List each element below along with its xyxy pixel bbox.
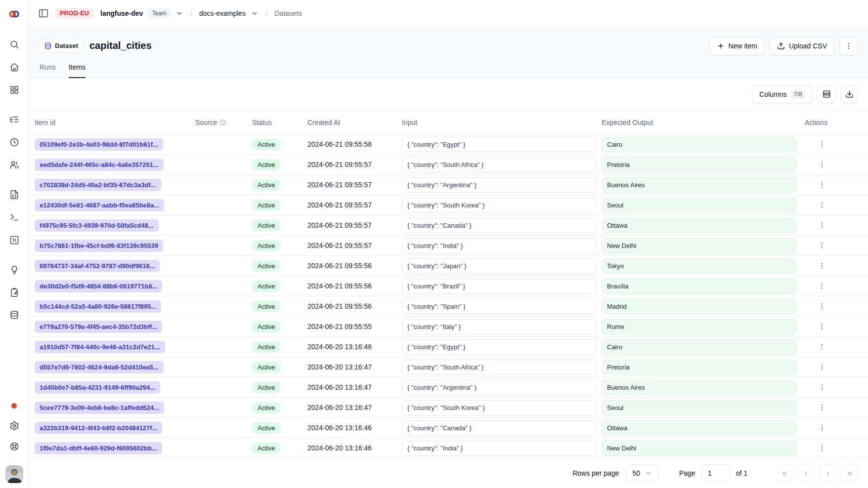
kebab-menu-icon	[818, 242, 826, 249]
sidebar-item-users[interactable]	[6, 157, 22, 173]
row-actions-button[interactable]	[815, 441, 829, 455]
table-row[interactable]: eed5dafe-244f-465c-a84c-4a6e357251... Ac…	[29, 155, 868, 175]
table-row[interactable]: f4975c95-5fc3-4939-970d-58fa5cd48... Act…	[29, 215, 868, 236]
sidebar-item-settings[interactable]	[6, 418, 22, 434]
item-id-link[interactable]: 1d45b0e7-b85a-4231-9149-6ff90a294...	[35, 381, 160, 394]
table-row[interactable]: a1910d57-7f84-440c-9e46-a31c2d7e21... Ac…	[29, 337, 868, 357]
status-badge: Active	[252, 179, 280, 191]
table-row[interactable]: 1d45b0e7-b85a-4231-9149-6ff90a294... Act…	[29, 377, 868, 398]
row-actions-button[interactable]	[815, 218, 829, 232]
row-actions-button[interactable]	[815, 360, 829, 374]
row-actions-button[interactable]	[815, 137, 829, 151]
row-actions-button[interactable]	[815, 340, 829, 354]
item-id-link[interactable]: e12430df-5e81-4687-aabb-f0ea65be8a...	[35, 199, 164, 211]
table-row[interactable]: 69764737-34af-4752-9787-d90df9616... Act…	[29, 256, 868, 276]
sidebar-item-layout-grid[interactable]	[6, 82, 22, 98]
page-actions-menu-button[interactable]	[839, 37, 858, 55]
item-id-link[interactable]: c702838d-24d5-40a2-bf35-67dc3a3df...	[35, 179, 161, 191]
org-name[interactable]: langfuse-dev	[100, 9, 143, 17]
table-row[interactable]: a322b319-9412-4f43-b8f2-b20484127f... Ac…	[29, 418, 868, 438]
last-page-button[interactable]: »	[841, 465, 858, 482]
sidebar-item-clipboard-pen[interactable]	[6, 285, 22, 300]
sidebar-item-list-tree[interactable]	[6, 112, 22, 127]
table-row[interactable]: c702838d-24d5-40a2-bf35-67dc3a3df... Act…	[29, 175, 868, 195]
row-actions-button[interactable]	[815, 299, 829, 313]
item-id-link[interactable]: 69764737-34af-4752-9787-d90df9616...	[35, 260, 160, 272]
entity-type-badge: Dataset	[39, 39, 84, 53]
actions-cell	[805, 299, 839, 313]
table-row[interactable]: d557e7d6-7802-4624-9da6-52d410ea5... Act…	[29, 357, 868, 377]
next-page-button[interactable]: ›	[820, 465, 836, 482]
table-row[interactable]: 05109ef0-2e3b-4e03-98dd-8f7d01b61f... Ac…	[29, 134, 868, 155]
item-id-link[interactable]: d557e7d6-7802-4624-9da6-52d410ea5...	[35, 361, 164, 373]
created-at-cell: 2024-06-21 09:55:57	[307, 161, 402, 168]
item-id-link[interactable]: 5cee7779-3e00-4eb8-be8c-1affedd524...	[35, 402, 164, 414]
row-actions-button[interactable]	[815, 198, 829, 212]
row-actions-button[interactable]	[815, 158, 829, 171]
rows-per-page-select[interactable]: 50	[626, 464, 658, 482]
input-value: { "country": "South Africa" }	[402, 360, 597, 375]
row-height-button[interactable]	[818, 85, 835, 103]
tab-items[interactable]: Items	[69, 63, 86, 78]
table-row[interactable]: e12430df-5e81-4687-aabb-f0ea65be8a... Ac…	[29, 195, 868, 215]
item-id-link[interactable]: a322b319-9412-4f43-b8f2-b20484127f...	[35, 422, 162, 434]
row-actions-button[interactable]	[815, 401, 829, 414]
project-name[interactable]: docs-examples	[199, 9, 246, 17]
row-actions-button[interactable]	[815, 239, 829, 252]
item-id-link[interactable]: de30d2e0-f5d9-4854-88b6-0619771b8...	[35, 280, 162, 292]
sidebar-item-clock[interactable]	[6, 134, 22, 150]
row-actions-button[interactable]	[815, 320, 829, 333]
sidebar-item-lightbulb[interactable]	[6, 262, 22, 278]
item-id-link[interactable]: a1910d57-7f84-440c-9e46-a31c2d7e21...	[35, 341, 165, 353]
table-row[interactable]: e779a270-579a-4f45-aec4-35b72d3bff... Ac…	[29, 317, 868, 337]
table-row[interactable]: de30d2e0-f5d9-4854-88b6-0619771b8... Act…	[29, 276, 868, 296]
first-page-button[interactable]: «	[776, 465, 793, 482]
table-row[interactable]: 1f0e7da1-dbff-4e60-929d-f6095602bb... Ac…	[29, 438, 868, 458]
item-id-link[interactable]: b5c144cd-52a5-4a80-926e-58617f895...	[35, 300, 161, 313]
page-number-input[interactable]	[701, 464, 730, 482]
columns-button[interactable]: Columns 7/8	[752, 85, 813, 103]
status-badge: Active	[252, 341, 280, 353]
expected-output-cell: Pretoria	[602, 360, 805, 375]
item-id-link[interactable]: f4975c95-5fc3-4939-970d-58fa5cd48...	[35, 219, 159, 232]
sidebar-item-home[interactable]	[6, 59, 22, 75]
row-actions-button[interactable]	[815, 259, 829, 273]
input-cell: { "country": "Italy" }	[402, 319, 602, 334]
row-actions-button[interactable]	[815, 421, 829, 435]
item-id-link[interactable]: 1f0e7da1-dbff-4e60-929d-f6095602bb...	[35, 442, 162, 454]
sidebar-item-life-buoy[interactable]	[6, 439, 22, 454]
life-buoy-icon	[9, 442, 19, 451]
expected-output-value: Cairo	[602, 137, 796, 152]
status-badge: Active	[252, 321, 280, 332]
sidebar-item-terminal[interactable]	[6, 209, 22, 225]
row-actions-button[interactable]	[815, 279, 829, 293]
langfuse-logo[interactable]	[0, 0, 28, 28]
input-cell: { "country": "South Korea" }	[402, 198, 602, 213]
new-item-button[interactable]: New item	[709, 37, 765, 55]
sidebar-item-square-percent[interactable]	[6, 232, 22, 248]
item-id-link[interactable]: e779a270-579a-4f45-aec4-35b72d3bff...	[35, 321, 162, 333]
prev-page-button[interactable]: ‹	[798, 465, 815, 482]
row-actions-button[interactable]	[815, 380, 829, 394]
avatar[interactable]	[5, 465, 23, 483]
table-row[interactable]: 5cee7779-3e00-4eb8-be8c-1affedd524... Ac…	[29, 398, 868, 418]
table-row[interactable]: b5c144cd-52a5-4a80-926e-58617f895... Act…	[29, 296, 868, 317]
created-at-cell: 2024-06-20 13:16:46	[307, 444, 402, 452]
item-id-link[interactable]: b75c7861-1fbe-45cf-bdf6-83f139c95539	[35, 240, 163, 252]
upload-csv-button[interactable]: Upload CSV	[770, 37, 834, 55]
export-download-button[interactable]	[840, 85, 858, 103]
table-row[interactable]: b75c7861-1fbe-45cf-bdf6-83f139c95539 Act…	[29, 236, 868, 256]
project-dropdown-trigger[interactable]	[251, 9, 259, 17]
sidebar-item-database[interactable]	[6, 307, 22, 323]
sidebar-item-search[interactable]	[6, 37, 22, 52]
tab-runs[interactable]: Runs	[40, 63, 56, 78]
row-actions-button[interactable]	[815, 178, 829, 192]
info-icon[interactable]	[219, 119, 226, 126]
status-cell: Active	[252, 240, 307, 251]
item-id-link[interactable]: 05109ef0-2e3b-4e03-98dd-8f7d01b61f...	[35, 138, 163, 151]
sidebar-toggle-button[interactable]	[37, 6, 50, 20]
item-id-link[interactable]: eed5dafe-244f-465c-a84c-4a6e357251...	[35, 159, 164, 171]
status-cell: Active	[252, 139, 307, 150]
sidebar-item-file-json[interactable]	[6, 187, 22, 203]
org-dropdown-trigger[interactable]	[175, 9, 183, 17]
